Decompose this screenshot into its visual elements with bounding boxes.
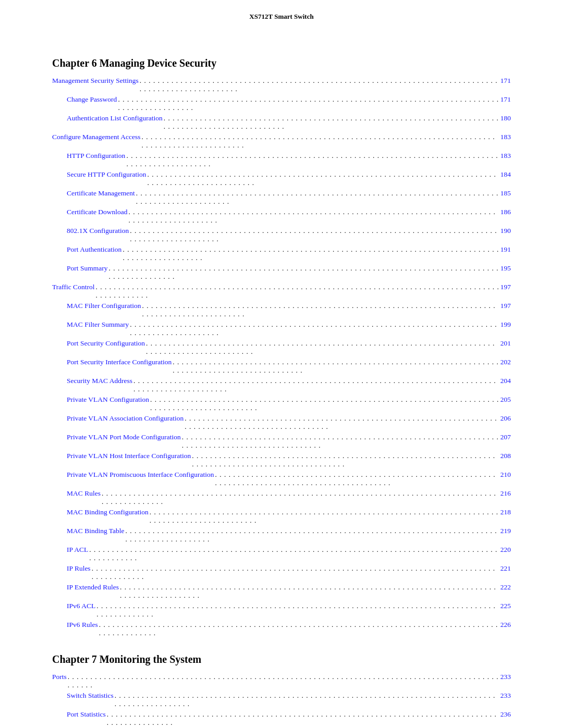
toc-entry[interactable]: Traffic Control 197 <box>52 283 511 300</box>
page-content: Chapter 6 Managing Device Security Manag… <box>0 26 563 728</box>
toc-entry[interactable]: Private VLAN Configuration 205 <box>52 396 511 413</box>
toc-entry[interactable]: Private VLAN Association Configuration 2… <box>52 414 511 431</box>
toc-entry[interactable]: Configure Management Access 183 <box>52 133 511 150</box>
toc-entry[interactable]: Management Security Settings 171 <box>52 77 511 94</box>
toc-entry[interactable]: Port Security Interface Configuration 20… <box>52 358 511 375</box>
toc-entry[interactable]: MAC Filter Configuration 197 <box>52 302 511 319</box>
toc-entry[interactable]: Private VLAN Promiscuous Interface Confi… <box>52 471 511 488</box>
toc-entry[interactable]: MAC Filter Summary 199 <box>52 320 511 338</box>
toc-entry[interactable]: IPv6 Rules 226 <box>52 621 511 638</box>
toc-entry[interactable]: Port Summary 195 <box>52 264 511 281</box>
toc-entry[interactable]: IP Extended Rules 222 <box>52 583 511 600</box>
toc-entry[interactable]: IPv6 ACL 225 <box>52 602 511 619</box>
toc-entry[interactable]: HTTP Configuration 183 <box>52 152 511 169</box>
chapter-6-section: Chapter 6 Managing Device Security Manag… <box>52 57 511 638</box>
header-title: XS712T Smart Switch <box>249 13 313 20</box>
toc-entry[interactable]: Ports 233 <box>52 673 511 690</box>
toc-entry[interactable]: MAC Binding Table 219 <box>52 527 511 544</box>
toc-entry[interactable]: Security MAC Address 204 <box>52 377 511 394</box>
toc-entry[interactable]: Private VLAN Host Interface Configuratio… <box>52 452 511 469</box>
toc-entry[interactable]: Secure HTTP Configuration 184 <box>52 170 511 188</box>
toc-entry[interactable]: Certificate Management 185 <box>52 189 511 206</box>
toc-entry[interactable]: Certificate Download 186 <box>52 208 511 225</box>
toc-entry[interactable]: Change Password 171 <box>52 95 511 113</box>
toc-entry[interactable]: Private VLAN Port Mode Configuration 207 <box>52 433 511 450</box>
toc-entry[interactable]: Authentication List Configuration 180 <box>52 114 511 131</box>
toc-entry[interactable]: 802.1X Configuration 190 <box>52 227 511 244</box>
toc-entry[interactable]: MAC Rules 216 <box>52 489 511 507</box>
chapter-7-heading: Chapter 7 Monitoring the System <box>52 653 511 665</box>
chapter-7-section: Chapter 7 Monitoring the System Ports 23… <box>52 653 511 728</box>
toc-entry[interactable]: Switch Statistics 233 <box>52 692 511 709</box>
page-header: XS712T Smart Switch <box>0 0 563 26</box>
chapter-6-heading: Chapter 6 Managing Device Security <box>52 57 511 69</box>
toc-entry[interactable]: Port Statistics 236 <box>52 710 511 727</box>
toc-entry[interactable]: MAC Binding Configuration 218 <box>52 508 511 525</box>
toc-entry[interactable]: Port Security Configuration 201 <box>52 339 511 356</box>
toc-entry[interactable]: Port Authentication 191 <box>52 245 511 263</box>
toc-entry[interactable]: IP ACL 220 <box>52 546 511 563</box>
toc-entry[interactable]: IP Rules 221 <box>52 564 511 582</box>
